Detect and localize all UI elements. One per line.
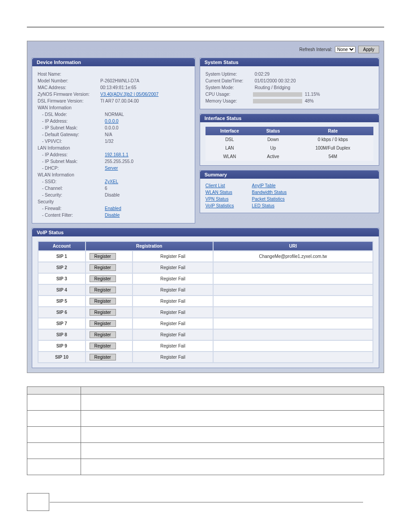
register-button[interactable]: Register <box>90 287 116 293</box>
summary-link[interactable]: Client List <box>206 183 234 188</box>
wan-ip-link[interactable]: 0.0.0.0 <box>105 119 119 124</box>
device-info-header: Device Information <box>32 58 195 66</box>
voip-account: SIP 2 <box>39 262 85 273</box>
uptime-label: System Uptime: <box>206 72 255 77</box>
cpu-bar <box>253 92 302 97</box>
voip-reg-status: Register Fail <box>133 352 213 362</box>
interface-status-panel: Interface Status InterfaceStatusRate DSL… <box>200 114 379 166</box>
register-button[interactable]: Register <box>90 309 116 316</box>
voip-uri <box>214 341 372 351</box>
mem-value: 48% <box>305 99 314 103</box>
table-row: LANUp100M/Full Duplex <box>206 144 373 152</box>
apply-button[interactable]: Apply <box>358 46 379 53</box>
voip-uri <box>214 352 372 362</box>
table-row: SIP 10RegisterRegister Fail <box>39 352 372 362</box>
mem-label: Memory Usage: <box>206 99 250 103</box>
summary-link[interactable]: VoIP Statistics <box>206 203 234 208</box>
wan-vpivci-label: - VPI/VCI: <box>42 139 105 144</box>
desc-label <box>27 411 81 427</box>
voip-account: SIP 10 <box>39 352 85 362</box>
voip-account: SIP 7 <box>39 318 85 329</box>
summary-link[interactable]: LED Status <box>252 203 287 208</box>
register-button[interactable]: Register <box>90 253 116 260</box>
mem-bar <box>253 99 302 103</box>
table-row <box>27 443 384 459</box>
iface-cell: 100M/Full Duplex <box>292 144 373 152</box>
register-button[interactable]: Register <box>90 298 116 305</box>
register-button[interactable]: Register <box>90 320 116 327</box>
summary-link[interactable]: Packet Statistics <box>252 197 287 202</box>
register-button[interactable]: Register <box>90 331 116 338</box>
voip-reg-status: Register Fail <box>133 341 213 351</box>
uptime-value: 0:02:29 <box>255 72 270 77</box>
iface-cell: Down <box>254 135 292 144</box>
table-row <box>27 459 384 475</box>
description-table <box>27 386 384 475</box>
iface-cell: WLAN <box>206 152 254 161</box>
lan-ip-label: - IP Address: <box>42 152 105 157</box>
firewall-link[interactable]: Enabled <box>105 206 121 211</box>
wlan-ssid-link[interactable]: ZyXEL <box>105 179 118 184</box>
summary-link[interactable]: Bandwidth Status <box>252 190 287 195</box>
voip-register-cell: Register <box>86 274 133 284</box>
desc-label <box>27 443 81 459</box>
interface-table: InterfaceStatusRate DSLDown0 kbps / 0 kb… <box>206 127 373 161</box>
voip-reg-status: Register Fail <box>133 296 213 306</box>
table-row: SIP 9RegisterRegister Fail <box>39 341 372 351</box>
voip-reg-status: Register Fail <box>133 251 213 262</box>
wlan-ssid-label: - SSID: <box>42 179 105 184</box>
table-row: SIP 7RegisterRegister Fail <box>39 318 372 329</box>
voip-account: SIP 8 <box>39 330 85 340</box>
voip-reg-status: Register Fail <box>133 285 213 295</box>
lan-dhcp-link[interactable]: Server <box>105 166 118 171</box>
device-information-panel: Device Information Host Name: Model Numb… <box>32 58 195 223</box>
lan-ip-link[interactable]: 192.168.1.1 <box>105 152 128 157</box>
iface-cell: LAN <box>206 144 254 152</box>
iface-th: Status <box>254 127 292 135</box>
voip-uri: ChangeMe@profile1.zyxel.com.tw <box>214 251 372 262</box>
voip-status-header: VoIP Status <box>32 228 379 236</box>
voip-register-cell: Register <box>86 262 133 273</box>
voip-uri <box>214 274 372 284</box>
desc-text <box>81 395 384 411</box>
mac-address-label: MAC Address: <box>38 85 100 90</box>
datetime-value: 01/01/2000 00:32:20 <box>255 78 296 83</box>
desc-label <box>27 427 81 443</box>
register-button[interactable]: Register <box>90 264 116 271</box>
voip-account: SIP 5 <box>39 296 85 306</box>
register-button[interactable]: Register <box>90 275 116 282</box>
zynos-fw-label: ZyNOS Firmware Version: <box>38 92 100 97</box>
mac-address-value: 00:13:49:81:1e:65 <box>100 85 137 90</box>
voip-reg-status: Register Fail <box>133 330 213 340</box>
summary-link[interactable]: VPN Status <box>206 197 234 202</box>
voip-register-cell: Register <box>86 341 133 351</box>
lan-subnet-value: 255.255.255.0 <box>105 159 133 164</box>
voip-th: Registration <box>86 242 213 250</box>
iface-th: Interface <box>206 127 254 135</box>
voip-register-cell: Register <box>86 285 133 295</box>
register-button[interactable]: Register <box>90 343 116 349</box>
voip-reg-status: Register Fail <box>133 274 213 284</box>
iface-th: Rate <box>292 127 373 135</box>
model-number-label: Model Number: <box>38 78 100 83</box>
zynos-fw-link[interactable]: V3.40(ADV.3)b2 | 05/06/2007 <box>100 92 158 97</box>
voip-table: AccountRegistrationURI SIP 1RegisterRegi… <box>38 241 373 363</box>
iface-cell: 0 kbps / 0 kbps <box>292 135 373 144</box>
voip-uri <box>214 307 372 317</box>
content-filter-link[interactable]: Disable <box>105 213 120 218</box>
refresh-interval-select[interactable]: None <box>335 46 355 53</box>
interface-status-header: Interface Status <box>200 114 379 122</box>
content-filter-label: - Content Filter: <box>42 213 105 218</box>
desc-text <box>81 411 384 427</box>
summary-link[interactable]: AnyIP Table <box>252 183 287 188</box>
page-number-box <box>27 493 49 511</box>
wlan-channel-label: - Channel: <box>42 186 105 191</box>
register-button[interactable]: Register <box>90 354 116 360</box>
cpu-value: 11.15% <box>305 92 320 97</box>
desc-text <box>81 459 384 475</box>
summary-header: Summary <box>200 171 379 179</box>
security-section-label: Security <box>38 198 189 205</box>
table-row: SIP 6RegisterRegister Fail <box>39 307 372 317</box>
mode-label: System Mode: <box>206 85 255 90</box>
summary-link[interactable]: WLAN Status <box>206 190 234 195</box>
